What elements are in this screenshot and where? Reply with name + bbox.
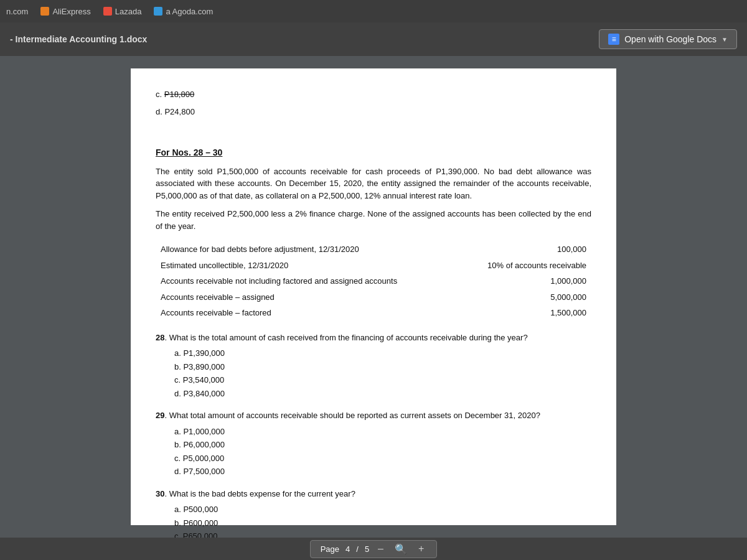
- question-28-choices: a. P1,390,000b. P3,890,000c. P3,540,000d…: [174, 347, 591, 399]
- question-30-choices: a. P500,000b. P600,000c. P650,000d. P750…: [174, 503, 591, 538]
- tab-aliexpress-icon: [40, 7, 49, 16]
- question-28: 28. What is the total amount of cash rec…: [156, 332, 591, 400]
- page-current: 4: [345, 544, 350, 554]
- question-29-choices: a. P1,000,000b. P6,000,000c. P5,000,000d…: [174, 426, 591, 478]
- tab-lazada-icon: [103, 7, 112, 16]
- tab-aliexpress-label: AliExpress: [52, 7, 90, 16]
- dropdown-arrow-icon: ▼: [721, 36, 728, 43]
- table-cell-label: Allowance for bad debts before adjustmen…: [157, 242, 416, 257]
- page-navigation: Page 4 / 5 – 🔍 +: [310, 540, 438, 558]
- tab-lazada[interactable]: Lazada: [103, 7, 142, 16]
- tab-aliexpress[interactable]: AliExpress: [40, 7, 90, 16]
- choice-item: b. P3,890,000: [174, 361, 591, 373]
- tab-lazada-label: Lazada: [115, 7, 142, 16]
- table-row: Estimated uncollectible, 12/31/2020 10% …: [157, 258, 590, 273]
- choice-item: c. P650,000: [174, 530, 591, 538]
- table-cell-value: 100,000: [417, 242, 590, 257]
- page-label: Page: [321, 544, 339, 554]
- tab-ncom[interactable]: n.com: [6, 7, 28, 16]
- table-row: Accounts receivable – assigned 5,000,000: [157, 290, 590, 305]
- document-area: c. P18,800 d. P24,800 For Nos. 28 – 30 T…: [0, 56, 747, 538]
- choice-item: a. P1,000,000: [174, 426, 591, 438]
- table-cell-value: 10% of accounts receivable: [417, 258, 590, 273]
- document-title: - Intermediate Accounting 1.docx: [10, 34, 147, 44]
- tab-ncom-label: n.com: [6, 7, 28, 16]
- prev-item-c-value: P18,800: [164, 90, 194, 99]
- section-heading: For Nos. 28 – 30: [156, 146, 591, 159]
- question-29: 29. What total amount of accounts receiv…: [156, 409, 591, 478]
- page-separator: /: [356, 544, 359, 554]
- table-cell-value: 1,500,000: [417, 306, 590, 320]
- data-table: Allowance for bad debts before adjustmen…: [156, 241, 591, 322]
- table-row: Allowance for bad debts before adjustmen…: [157, 242, 590, 257]
- page-search-button[interactable]: 🔍: [392, 543, 410, 555]
- table-cell-value: 5,000,000: [417, 290, 590, 305]
- top-toolbar: - Intermediate Accounting 1.docx Open wi…: [0, 22, 747, 56]
- page-minus-button[interactable]: –: [375, 543, 386, 554]
- choice-item: a. P1,390,000: [174, 347, 591, 360]
- table-row: Accounts receivable not including factor…: [157, 274, 590, 289]
- question-30-text: 30. What is the bad debts expense for th…: [156, 488, 591, 500]
- choice-item: c. P3,540,000: [174, 374, 591, 386]
- prev-item-d-value: d. P24,800: [156, 107, 195, 116]
- prev-item-c: c. P18,800: [156, 88, 591, 101]
- tab-agoda[interactable]: a Agoda.com: [154, 7, 213, 16]
- question-30: 30. What is the bad debts expense for th…: [156, 488, 591, 538]
- choice-item: b. P600,000: [174, 517, 591, 530]
- page-plus-button[interactable]: +: [416, 543, 426, 554]
- table-cell-label: Accounts receivable not including factor…: [157, 274, 416, 289]
- question-28-text: 28. What is the total amount of cash rec…: [156, 332, 591, 344]
- bottom-nav-bar: Page 4 / 5 – 🔍 +: [0, 538, 747, 560]
- table-cell-label: Estimated uncollectible, 12/31/2020: [157, 258, 416, 273]
- paragraph-1: The entity sold P1,500,000 of accounts r…: [156, 166, 591, 202]
- choice-item: d. P7,500,000: [174, 465, 591, 478]
- document-page: c. P18,800 d. P24,800 For Nos. 28 – 30 T…: [131, 68, 616, 525]
- google-docs-icon: [608, 34, 619, 45]
- prev-item-d: d. P24,800: [156, 106, 591, 118]
- tab-agoda-label: a Agoda.com: [166, 7, 213, 16]
- table-cell-label: Accounts receivable – factored: [157, 306, 416, 320]
- table-cell-value: 1,000,000: [417, 274, 590, 289]
- question-29-text: 29. What total amount of accounts receiv…: [156, 409, 591, 422]
- choice-item: b. P6,000,000: [174, 439, 591, 451]
- open-with-label: Open with Google Docs: [624, 34, 716, 44]
- choice-item: d. P3,840,000: [174, 388, 591, 400]
- open-with-google-docs-button[interactable]: Open with Google Docs ▼: [599, 29, 737, 49]
- tab-agoda-icon: [154, 7, 162, 16]
- table-row: Accounts receivable – factored 1,500,000: [157, 306, 590, 320]
- page-total: 5: [365, 544, 369, 554]
- choice-item: a. P500,000: [174, 503, 591, 516]
- browser-tab-bar: n.com AliExpress Lazada a Agoda.com: [0, 0, 747, 22]
- paragraph-2: The entity received P2,500,000 less a 2%…: [156, 208, 591, 232]
- table-cell-label: Accounts receivable – assigned: [157, 290, 416, 305]
- choice-item: c. P5,000,000: [174, 452, 591, 465]
